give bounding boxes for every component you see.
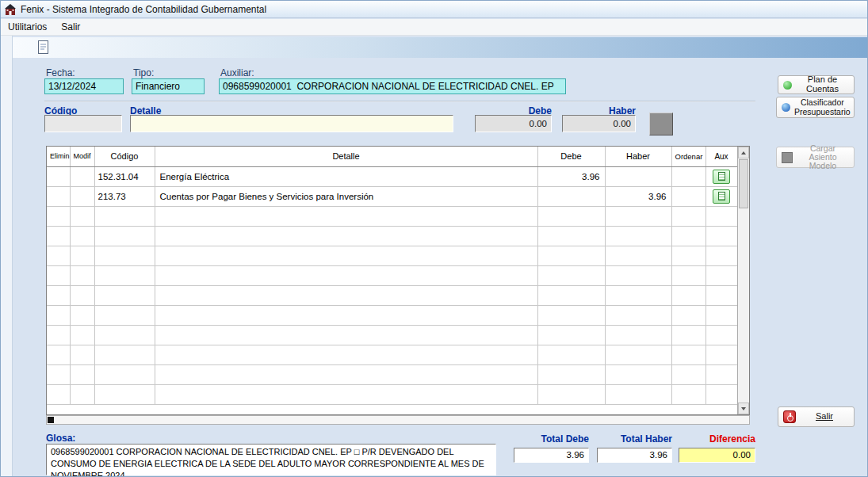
scroll-down-icon[interactable] [738,403,749,414]
entries-grid: Elimin Modif Código Detalle Debe Haber O… [47,147,738,405]
empty-cell [47,384,70,404]
new-document-icon[interactable] [36,40,51,55]
fecha-field[interactable] [44,78,124,94]
clasificador-label: Clasificador Presupuestario [794,98,851,116]
vertical-scrollbar[interactable] [737,147,749,414]
glosa-label: Glosa: [46,433,75,444]
vertical-scrollbar-thumb[interactable] [739,159,748,208]
empty-cell [671,305,705,325]
table-empty-row [47,226,737,246]
scroll-up-icon[interactable] [738,147,749,158]
modif-cell [70,186,94,206]
empty-cell [705,285,737,305]
plan-de-cuentas-button[interactable]: Plan de Cuentas [778,75,855,94]
empty-cell [537,305,605,325]
codigo-cell: 213.73 [94,186,155,206]
empty-cell [671,206,705,226]
total-debe-label: Total Debe [514,433,589,445]
table-row: 213.73Cuentas por Pagar Bienes y Servici… [47,186,737,206]
empty-cell [94,305,155,325]
horizontal-scrollbar-thumb[interactable] [48,417,54,423]
empty-cell [671,325,705,345]
total-haber-value: 3.96 [597,448,672,463]
empty-cell [70,305,94,325]
empty-cell [47,305,70,325]
table-empty-row [47,384,737,404]
empty-cell [94,246,155,265]
empty-cell [605,226,671,246]
empty-cell [537,265,605,285]
empty-cell [70,345,94,364]
empty-cell [70,226,94,246]
empty-cell [537,246,605,265]
empty-cell [155,246,537,265]
horizontal-scrollbar[interactable] [46,415,750,425]
aux-page-icon [718,172,725,181]
table-empty-row [47,285,737,305]
empty-cell [705,384,737,404]
empty-cell [70,246,94,265]
empty-cell [537,226,605,246]
empty-cell [671,345,705,364]
empty-cell [155,345,537,364]
elimin-cell [47,166,70,186]
entries-table-body: 152.31.04Energía Eléctrica3.96213.73Cuen… [47,166,737,404]
app-window: Fenix - Sistema Integrado de Contabilida… [0,0,868,477]
salir-button[interactable]: Salir [778,406,855,427]
aux-button[interactable] [713,170,730,184]
table-empty-row [47,246,737,265]
menu-utilitarios[interactable]: Utilitarios [1,20,54,34]
empty-cell [705,206,737,226]
haber-entry-display: 0.00 [562,115,636,132]
empty-cell [94,226,155,246]
empty-cell [155,265,537,285]
empty-cell [94,364,155,384]
empty-cell [537,285,605,305]
empty-cell [47,364,70,384]
modif-cell [70,166,94,186]
toolbar [13,37,867,58]
empty-cell [671,285,705,305]
header-debe: Debe [537,147,605,166]
empty-cell [537,206,605,226]
table-empty-row [47,206,737,226]
plan-de-cuentas-label: Plan de Cuentas [796,75,849,93]
glosa-textarea[interactable]: 0968599020001 CORPORACION NACIONAL DE EL… [46,444,496,475]
table-empty-row [47,345,737,364]
auxiliar-label: Auxiliar: [220,67,254,78]
left-panel-strip [1,36,13,477]
clasificador-icon [782,103,790,112]
header-modif: Modif [70,147,94,166]
detalle-entry-input[interactable] [130,115,453,132]
tipo-field[interactable] [132,78,205,94]
empty-cell [155,206,537,226]
add-entry-button[interactable] [649,113,673,135]
menu-salir[interactable]: Salir [54,20,87,34]
empty-cell [155,325,537,345]
empty-cell [47,285,70,305]
debe-entry-display: 0.00 [475,115,552,132]
empty-cell [155,364,537,384]
detalle-cell: Energía Eléctrica [155,166,537,186]
header-codigo: Código [94,147,155,166]
auxiliar-field[interactable] [219,78,566,94]
empty-cell [537,364,605,384]
empty-cell [70,325,94,345]
cargar-asiento-modelo-button[interactable]: Cargar Asiento Modelo [776,147,855,168]
plan-de-cuentas-icon [783,81,792,90]
debe-cell: 3.96 [537,166,605,186]
diferencia-value: 0.00 [679,448,755,463]
empty-cell [47,206,70,226]
total-haber-label: Total Haber [597,433,672,445]
aux-cell [705,186,737,206]
app-icon [4,3,17,16]
ordenar-cell [671,166,705,186]
empty-cell [47,226,70,246]
table-empty-row [47,305,737,325]
aux-button[interactable] [713,189,730,204]
empty-cell [537,384,605,404]
clasificador-presupuestario-button[interactable]: Clasificador Presupuestario [776,97,855,118]
empty-cell [671,246,705,265]
titlebar: Fenix - Sistema Integrado de Contabilida… [1,1,867,18]
codigo-entry-input[interactable] [44,115,122,132]
